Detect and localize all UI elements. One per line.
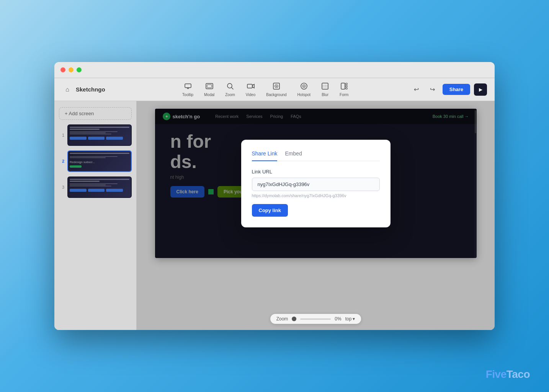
minimize-button[interactable]	[69, 67, 74, 72]
form-label: Form	[340, 93, 348, 97]
home-icon[interactable]: ⌂	[62, 84, 73, 95]
zoom-slider-thumb[interactable]	[292, 317, 296, 321]
zoom-icon	[226, 82, 234, 92]
add-screen-button[interactable]: + Add screen	[59, 107, 132, 120]
svg-point-3	[227, 83, 232, 88]
screen-thumb-1[interactable]	[67, 124, 132, 146]
svg-rect-14	[341, 83, 345, 89]
screen-thumb-3[interactable]	[67, 176, 132, 198]
blur-icon	[321, 82, 329, 92]
maximize-button[interactable]	[77, 67, 82, 72]
svg-rect-4	[247, 84, 252, 88]
background-icon	[273, 82, 280, 92]
share-modal: Share Link Embed Link URL https://dymola…	[241, 140, 391, 227]
app-container: ⌂ Sketchngo Tooltip	[54, 78, 495, 330]
zoom-label: Zoom	[276, 316, 288, 322]
tool-zoom[interactable]: Zoom	[221, 80, 240, 99]
close-button[interactable]	[60, 67, 65, 72]
screen-thumb-2[interactable]: Redesign subscr...	[67, 150, 132, 172]
svg-point-10	[303, 85, 304, 87]
preview-frame: ✦ sketch'n go Recent work Services Prici…	[155, 109, 477, 258]
zoom-align-select[interactable]: top ▾	[345, 316, 355, 322]
form-icon	[340, 82, 348, 92]
chevron-down-icon: ▾	[353, 316, 355, 322]
svg-rect-15	[346, 83, 347, 85]
traffic-lights	[60, 67, 82, 72]
tab-embed[interactable]: Embed	[285, 150, 302, 161]
tool-hotspot[interactable]: Hotspot	[293, 80, 315, 99]
modal-icon	[206, 82, 213, 92]
link-url-hint: https://dymolab.com/share/nyg7IxGdHJGq-g…	[252, 193, 380, 198]
zoom-label-text: Zoom	[225, 93, 235, 97]
modal-label-text: Modal	[204, 93, 214, 97]
tool-blur[interactable]: Blur	[317, 80, 333, 99]
mac-window: ⌂ Sketchngo Tooltip	[54, 62, 495, 330]
tool-background[interactable]: Background	[261, 80, 291, 99]
svg-point-7	[276, 85, 277, 87]
screen-number-3: 3	[59, 185, 64, 189]
tab-share-link[interactable]: Share Link	[252, 150, 278, 161]
video-label: Video	[246, 93, 255, 97]
fivetaco-end: Taco	[507, 368, 530, 380]
link-url-input[interactable]	[252, 178, 380, 191]
svg-rect-17	[346, 88, 347, 89]
copy-link-button[interactable]: Copy link	[252, 204, 288, 217]
blur-label: Blur	[322, 93, 328, 97]
main-content: + Add screen 1	[54, 101, 495, 330]
tooltip-label: Tooltip	[182, 93, 193, 97]
screen-item-1[interactable]: 1	[59, 124, 132, 146]
background-label: Background	[266, 93, 286, 97]
brand-area: ⌂ Sketchngo	[62, 84, 105, 95]
modal-overlay: Share Link Embed Link URL https://dymola…	[155, 109, 477, 258]
toolbar-tools: Tooltip Modal	[121, 80, 410, 99]
modal-tabs: Share Link Embed	[252, 150, 380, 161]
tool-video[interactable]: Video	[241, 80, 260, 99]
svg-rect-0	[185, 84, 191, 88]
titlebar	[54, 62, 495, 78]
tool-form[interactable]: Form	[335, 80, 353, 99]
fivetaco-start: Five	[486, 368, 507, 380]
undo-button[interactable]: ↩	[410, 83, 423, 96]
hotspot-label: Hotspot	[297, 93, 310, 97]
svg-rect-2	[207, 85, 212, 88]
zoom-align-label: top	[345, 316, 352, 322]
screen-number-2: 2	[59, 159, 64, 163]
tool-tooltip[interactable]: Tooltip	[178, 80, 198, 99]
redo-button[interactable]: ↪	[426, 83, 439, 96]
share-button[interactable]: Share	[443, 84, 470, 95]
zoom-value: 0%	[335, 316, 341, 322]
play-button[interactable]: ▶	[474, 83, 487, 96]
canvas-area: ✦ sketch'n go Recent work Services Prici…	[137, 101, 495, 330]
link-url-label: Link URL	[252, 169, 380, 175]
hotspot-icon	[300, 82, 308, 92]
screen-item-2[interactable]: 2 Redesign subscr...	[59, 150, 132, 172]
tooltip-icon	[184, 82, 192, 92]
screen-item-3[interactable]: 3	[59, 176, 132, 198]
sidebar: + Add screen 1	[54, 101, 137, 330]
svg-rect-16	[346, 85, 347, 87]
video-icon	[247, 82, 255, 92]
zoom-track[interactable]	[300, 318, 331, 320]
zoom-bar: Zoom 0% top ▾	[270, 314, 361, 324]
bottom-brand: FiveTaco	[486, 368, 530, 381]
tool-modal[interactable]: Modal	[199, 80, 219, 99]
svg-rect-11	[322, 83, 328, 89]
toolbar-actions: ↩ ↪ Share ▶	[410, 83, 487, 96]
screen-number-1: 1	[59, 133, 64, 137]
fivetaco-label: FiveTaco	[486, 368, 530, 380]
brand-name: Sketchngo	[76, 86, 105, 93]
toolbar: ⌂ Sketchngo Tooltip	[54, 78, 495, 101]
